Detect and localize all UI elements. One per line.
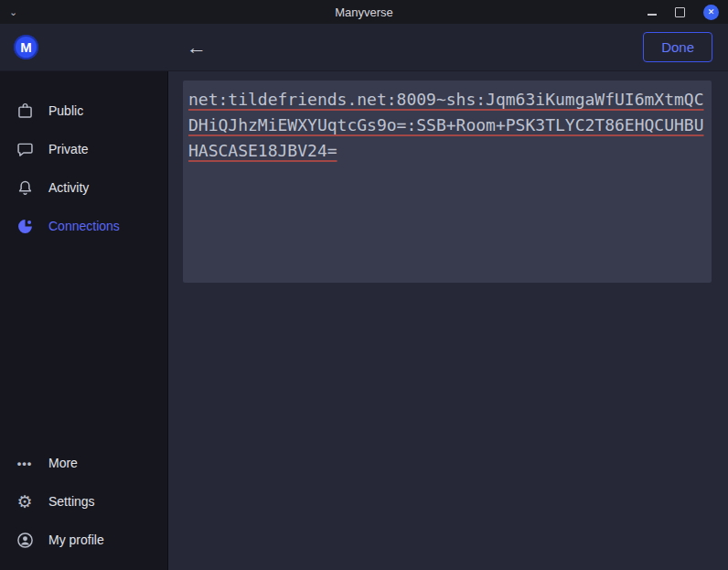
close-icon[interactable]: ✕	[703, 5, 719, 20]
back-arrow-icon[interactable]: ←	[187, 38, 207, 58]
app-topbar: M ← Done	[0, 24, 728, 71]
private-icon	[15, 139, 35, 159]
restore-icon[interactable]	[675, 7, 685, 17]
minimize-icon[interactable]	[648, 14, 657, 16]
sidebar-item-label: Activity	[48, 180, 89, 195]
sidebar-item-activity[interactable]: Activity	[0, 168, 167, 207]
manyverse-window: ⌄ Manyverse ✕ M ← Done Public	[0, 0, 728, 570]
logo-area: M	[0, 35, 168, 59]
titlebar: ⌄ Manyverse ✕	[0, 0, 728, 24]
sidebar-item-more[interactable]: ••• More	[0, 444, 167, 482]
sidebar-item-label: Connections	[48, 219, 120, 233]
gear-icon: ⚙	[15, 491, 35, 511]
manyverse-logo-icon: M	[14, 35, 38, 59]
window-controls: ✕	[648, 5, 719, 20]
body: Public Private Activity	[0, 71, 728, 570]
sidebar-item-my-profile[interactable]: My profile	[0, 521, 167, 559]
profile-icon	[15, 530, 35, 550]
activity-bell-icon	[15, 177, 35, 198]
sidebar-item-label: Settings	[48, 494, 95, 509]
connections-icon	[15, 216, 35, 236]
sidebar-item-settings[interactable]: ⚙ Settings	[0, 482, 167, 521]
sidebar-item-public[interactable]: Public	[0, 91, 167, 130]
chevron-down-icon[interactable]: ⌄	[9, 7, 17, 17]
done-button[interactable]: Done	[643, 32, 712, 62]
invite-code-input[interactable]: net:tildefriends.net:8009~shs:Jqm63iKumg…	[183, 81, 712, 283]
more-dots-icon: •••	[15, 453, 35, 473]
sidebar: Public Private Activity	[0, 71, 168, 570]
sidebar-item-label: Private	[48, 142, 89, 156]
main-content: net:tildefriends.net:8009~shs:Jqm63iKumg…	[168, 71, 728, 570]
sidebar-spacer	[0, 245, 167, 444]
sidebar-item-label: My profile	[48, 532, 104, 547]
sidebar-item-connections[interactable]: Connections	[0, 207, 167, 245]
window-title: Manyverse	[0, 5, 728, 19]
sidebar-bottom: ••• More ⚙ Settings My profile	[0, 444, 167, 570]
invite-code-text: net:tildefriends.net:8009~shs:Jqm63iKumg…	[188, 90, 704, 160]
sidebar-item-private[interactable]: Private	[0, 130, 167, 168]
public-icon	[15, 101, 35, 121]
sidebar-item-label: More	[48, 456, 78, 470]
sidebar-item-label: Public	[48, 103, 83, 118]
